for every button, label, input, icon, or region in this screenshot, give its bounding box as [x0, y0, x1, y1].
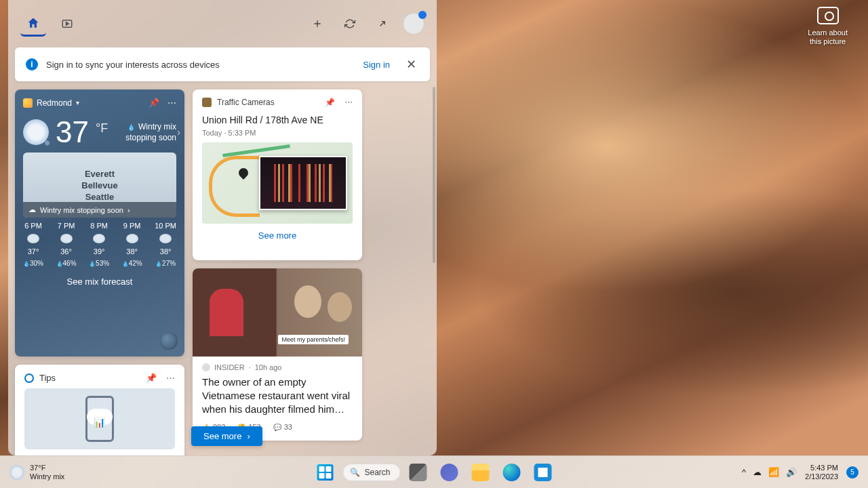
see-forecast-link[interactable]: See mix forecast [23, 277, 176, 287]
signin-text: Sign in to sync your interests across de… [46, 60, 355, 70]
more-icon[interactable]: ⋯ [167, 98, 176, 108]
hour-item[interactable]: 10 PM38°27% [155, 222, 176, 267]
tips-widget[interactable]: Tips 📌 ⋯ [15, 365, 184, 455]
weather-location: Redmond [37, 98, 72, 108]
start-button[interactable] [311, 459, 338, 486]
traffic-widget[interactable]: Traffic Cameras 📌 ⋯ Union Hill Rd / 178t… [193, 89, 362, 260]
traffic-map[interactable] [202, 142, 353, 224]
taskbar-search[interactable]: Search [342, 464, 400, 481]
camera-icon [817, 7, 839, 24]
spotlight-camera-widget[interactable]: Learn about this picture [808, 7, 848, 46]
news-image: Meet my parents/chefs! [193, 268, 362, 357]
source-icon [202, 363, 210, 371]
chat-button[interactable] [436, 459, 463, 486]
home-tab[interactable] [20, 11, 46, 37]
scrollbar[interactable] [433, 87, 435, 263]
more-icon[interactable]: ⋯ [344, 98, 353, 107]
tips-title: Tips [39, 373, 56, 383]
more-icon[interactable]: ⋯ [166, 373, 175, 383]
hour-item[interactable]: 8 PM39°53% [89, 222, 109, 267]
pin-icon[interactable]: 📌 [146, 373, 157, 383]
weather-icon [9, 465, 24, 480]
weather-condition-text: Wintry mixstopping soon [125, 122, 176, 143]
taskbar-temp: 37°F [30, 464, 64, 472]
notification-badge[interactable]: 5 [846, 466, 859, 479]
wifi-icon[interactable]: 📶 [768, 467, 779, 477]
chevron-right-icon[interactable]: › [177, 127, 180, 138]
see-more-button[interactable]: See more› [191, 426, 262, 446]
news-source: INSIDER · 10h ago [202, 363, 353, 371]
hour-item[interactable]: 7 PM36°46% [56, 222, 77, 267]
comment-count[interactable]: 33 [273, 423, 292, 431]
refresh-button[interactable] [338, 12, 362, 36]
tips-icon [24, 373, 34, 383]
traffic-header: Traffic Cameras [217, 98, 275, 107]
hourly-forecast: 6 PM37°30% 7 PM36°46% 8 PM39°53% 9 PM38°… [23, 222, 176, 267]
expand-button[interactable] [370, 12, 395, 36]
spotlight-text-1: Learn about [808, 28, 848, 37]
store-button[interactable] [530, 459, 557, 486]
camera-pin-icon [237, 166, 250, 180]
widgets-header [15, 0, 430, 47]
news-headline[interactable]: The owner of an empty Vietnamese restaur… [202, 375, 353, 416]
hour-item[interactable]: 6 PM37°30% [23, 222, 43, 267]
weather-widget[interactable]: Redmond ▾ 📌 ⋯ 37 °F Wintry mixstopping s… [15, 89, 184, 357]
info-icon: i [26, 58, 38, 70]
edge-button[interactable] [498, 459, 526, 486]
tray-chevron-icon[interactable]: ^ [742, 467, 746, 477]
weather-map[interactable]: Everett Bellevue Seattle ☁ Wintry mix st… [23, 152, 176, 218]
weather-orb-icon[interactable] [160, 332, 178, 350]
spotlight-text-2: this picture [808, 37, 848, 46]
tips-illustration [24, 388, 175, 449]
onedrive-icon[interactable]: ☁ [753, 467, 762, 477]
taskbar-clock[interactable]: 5:43 PM2/13/2023 [805, 464, 838, 481]
signin-link[interactable]: Sign in [363, 60, 390, 70]
chevron-down-icon[interactable]: ▾ [76, 99, 79, 106]
weather-app-icon [23, 98, 33, 108]
watch-tab[interactable] [54, 11, 80, 37]
close-banner-button[interactable]: ✕ [403, 57, 419, 72]
weather-condition-icon [23, 119, 49, 145]
hour-item[interactable]: 9 PM38°42% [122, 222, 142, 267]
taskbar-condition: Wintry mix [30, 472, 64, 481]
traffic-icon [202, 98, 212, 107]
signin-banner: i Sign in to sync your interests across … [15, 47, 430, 81]
traffic-location: Union Hill Rd / 178th Ave NE [202, 114, 353, 126]
news-image-caption: Meet my parents/chefs! [278, 335, 349, 344]
weather-unit: °F [96, 121, 108, 136]
pin-icon[interactable]: 📌 [325, 98, 335, 107]
traffic-see-more[interactable]: See more [202, 230, 353, 241]
weather-temp: 37 [56, 117, 89, 147]
profile-button[interactable] [403, 13, 425, 35]
taskbar-weather[interactable]: 37°F Wintry mix [9, 464, 64, 481]
news-card[interactable]: Meet my parents/chefs! INSIDER · 10h ago… [193, 268, 362, 441]
task-view-button[interactable] [405, 459, 432, 486]
add-widget-button[interactable] [305, 12, 330, 36]
traffic-camera-thumbnail[interactable] [259, 156, 347, 210]
pin-icon[interactable]: 📌 [149, 98, 159, 108]
system-tray[interactable]: ^ ☁ 📶 🔊 [742, 467, 797, 477]
taskbar: 37°F Wintry mix Search ^ ☁ 📶 🔊 5:43 PM2/… [0, 455, 868, 488]
chevron-right-icon: › [247, 431, 250, 441]
widgets-panel: i Sign in to sync your interests across … [8, 0, 437, 455]
file-explorer-button[interactable] [467, 459, 494, 486]
volume-icon[interactable]: 🔊 [786, 467, 797, 477]
traffic-timestamp: Today · 5:33 PM [202, 129, 353, 137]
weather-map-banner: ☁ Wintry mix stopping soon › [23, 202, 176, 218]
